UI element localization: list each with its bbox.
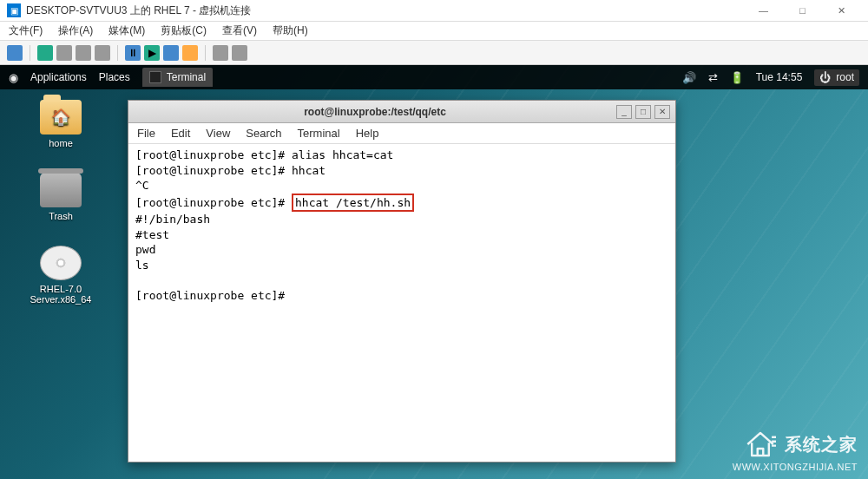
term-line: ^C	[135, 179, 149, 192]
host-menu-action[interactable]: 操作(A)	[58, 23, 93, 38]
toolbar-share-icon[interactable]	[213, 45, 228, 61]
gnome-topbar: ◉ Applications Places Terminal 🔊 ⇄ 🔋 Tue…	[0, 65, 868, 89]
desktop-disc-label: RHEL-7.0 Server.x86_64	[22, 284, 100, 305]
activities-icon[interactable]: ◉	[9, 71, 18, 84]
watermark: 系统之家 WWW.XITONGZHIJIA.NET	[733, 429, 858, 472]
toolbar-start-icon[interactable]	[37, 45, 53, 61]
watermark-name: 系统之家	[785, 433, 858, 456]
desktop-home-icon[interactable]: home	[22, 100, 100, 148]
toolbar-save-icon[interactable]	[95, 45, 110, 61]
term-line: #!/bin/bash	[135, 213, 210, 226]
terminal-body[interactable]: [root@linuxprobe etc]# alias hhcat=cat […	[128, 144, 675, 462]
toolbar-reset-icon[interactable]: ▶	[144, 45, 160, 61]
host-menu-media[interactable]: 媒体(M)	[108, 23, 145, 38]
power-icon: ⏻	[819, 71, 831, 84]
host-minimize-button[interactable]: —	[744, 0, 783, 22]
terminal-maximize-button[interactable]: □	[635, 105, 651, 119]
taskbar-terminal-tab[interactable]: Terminal	[142, 68, 213, 87]
term-line: #test	[135, 228, 169, 241]
battery-icon[interactable]: 🔋	[730, 71, 744, 84]
terminal-menu-edit[interactable]: Edit	[171, 127, 190, 140]
terminal-menu-view[interactable]: View	[206, 127, 230, 140]
terminal-close-button[interactable]: ✕	[654, 105, 670, 119]
desktop-trash-label: Trash	[49, 211, 73, 221]
applications-menu[interactable]: Applications	[30, 71, 87, 83]
toolbar-ctrlaltdel-icon[interactable]	[7, 45, 23, 61]
toolbar-checkpoint-icon[interactable]	[163, 45, 179, 61]
terminal-window: root@linuxprobe:/test/qq/etc _ □ ✕ File …	[128, 100, 676, 463]
desktop-icons: home Trash RHEL-7.0 Server.x86_64	[22, 100, 100, 305]
highlighted-command: hhcat /test/hh.sh	[292, 194, 414, 213]
vm-app-icon: ▣	[7, 3, 21, 17]
term-line: [root@linuxprobe etc]#	[135, 289, 292, 302]
user-label: root	[836, 71, 854, 83]
terminal-title: root@linuxprobe:/test/qq/etc	[134, 106, 616, 118]
term-line: [root@linuxprobe etc]# hhcat	[135, 164, 326, 177]
term-line: [root@linuxprobe etc]#	[135, 196, 292, 209]
toolbar-turnoff-icon[interactable]	[56, 45, 72, 61]
toolbar-separator	[117, 45, 118, 61]
terminal-menu-help[interactable]: Help	[356, 127, 379, 140]
desktop-home-label: home	[49, 138, 73, 148]
host-menu-view[interactable]: 查看(V)	[222, 23, 257, 38]
toolbar-separator	[205, 45, 206, 61]
host-toolbar: ⏸ ▶	[0, 41, 868, 65]
host-maximize-button[interactable]: □	[783, 0, 822, 22]
host-menu-help[interactable]: 帮助(H)	[273, 23, 308, 38]
terminal-titlebar[interactable]: root@linuxprobe:/test/qq/etc _ □ ✕	[128, 101, 675, 123]
taskbar-terminal-label: Terminal	[167, 71, 206, 83]
host-titlebar: ▣ DESKTOP-SVTVUU3 上的 RHEL 7 - 虚拟机连接 — □ …	[0, 0, 868, 22]
places-menu[interactable]: Places	[99, 71, 130, 83]
term-line: ls	[135, 259, 149, 272]
disc-icon	[40, 246, 82, 280]
host-menu-file[interactable]: 文件(F)	[9, 23, 43, 38]
toolbar-revert-icon[interactable]	[182, 45, 198, 61]
trash-icon	[40, 173, 82, 207]
term-line: pwd	[135, 243, 155, 256]
folder-home-icon	[40, 100, 82, 135]
network-icon[interactable]: ⇄	[708, 71, 718, 84]
volume-icon[interactable]: 🔊	[682, 71, 696, 84]
host-window-title: DESKTOP-SVTVUU3 上的 RHEL 7 - 虚拟机连接	[26, 3, 744, 18]
terminal-menu-search[interactable]: Search	[246, 127, 281, 140]
desktop-disc-icon[interactable]: RHEL-7.0 Server.x86_64	[22, 246, 100, 305]
terminal-icon	[149, 71, 161, 83]
desktop-trash-icon[interactable]: Trash	[22, 173, 100, 221]
watermark-url: WWW.XITONGZHIJIA.NET	[733, 462, 858, 472]
vm-guest-desktop: ◉ Applications Places Terminal 🔊 ⇄ 🔋 Tue…	[0, 65, 868, 479]
host-menu-clipboard[interactable]: 剪贴板(C)	[161, 23, 207, 38]
terminal-minimize-button[interactable]: _	[616, 105, 632, 119]
toolbar-enhanced-icon[interactable]	[232, 45, 247, 61]
term-line: [root@linuxprobe etc]# alias hhcat=cat	[135, 148, 393, 161]
toolbar-pause-icon[interactable]: ⏸	[125, 45, 141, 61]
terminal-menubar: File Edit View Search Terminal Help	[128, 123, 675, 144]
clock-label[interactable]: Tue 14:55	[756, 71, 803, 83]
host-menubar: 文件(F) 操作(A) 媒体(M) 剪贴板(C) 查看(V) 帮助(H)	[0, 22, 868, 41]
toolbar-shutdown-icon[interactable]	[76, 45, 91, 61]
toolbar-separator	[30, 45, 30, 61]
terminal-menu-terminal[interactable]: Terminal	[298, 127, 340, 140]
watermark-house-icon	[743, 429, 778, 460]
terminal-menu-file[interactable]: File	[137, 127, 155, 140]
host-close-button[interactable]: ✕	[822, 0, 861, 22]
user-menu[interactable]: ⏻ root	[814, 69, 859, 86]
